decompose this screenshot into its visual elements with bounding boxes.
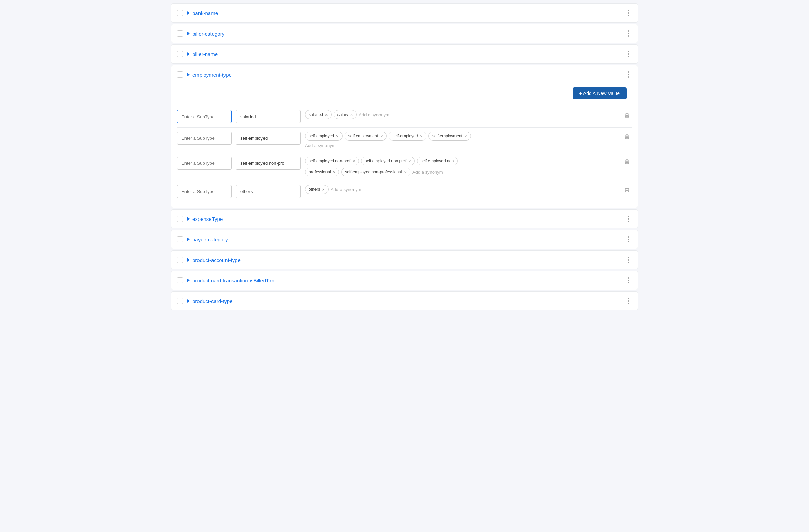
product-card-type-row: product-card-type [171,291,638,310]
biller-category-row: biller-category [171,24,638,43]
synonyms-area-salaried: salaried × salary × Add a synonym [305,110,618,119]
synonym-tag: self employed non prof × [361,157,415,165]
remove-synonym-icon[interactable]: × [333,170,336,174]
synonym-tag: salary × [334,110,357,119]
table-row: self employed × self employment × self-e… [177,127,632,152]
value-input-self-employed-non-pro[interactable] [236,157,301,170]
add-new-value-button[interactable]: + Add A New Value [573,87,627,99]
payee-category-row: payee-category [171,230,638,249]
subtype-input-self-employed[interactable] [177,132,232,145]
biller-category-checkbox[interactable] [177,30,183,37]
employment-type-checkbox[interactable] [177,71,183,78]
remove-synonym-icon[interactable]: × [325,112,328,117]
synonym-tag: salaried × [305,110,332,119]
expensetype-row: expenseType [171,209,638,228]
add-synonym-placeholder[interactable]: Add a synonym [331,187,361,192]
product-account-type-checkbox[interactable] [177,257,183,263]
synonym-tag: professional × [305,168,339,176]
product-card-type-menu[interactable] [625,296,632,305]
delete-row-button[interactable] [622,110,632,122]
bank-name-menu[interactable] [625,9,632,17]
delete-row-button[interactable] [622,185,632,197]
employment-type-menu[interactable] [625,70,632,79]
employment-type-row: employment-type + Add A New Value salari… [171,65,638,208]
employment-values-table: salaried × salary × Add a synonym [171,106,638,208]
synonym-tag: self employed × [305,132,343,141]
synonyms-area-others: others × Add a synonym [305,185,618,194]
subtype-input-self-employed-non-pro[interactable] [177,157,232,170]
synonym-tag: others × [305,185,329,194]
table-row: self employed non-prof × self employed n… [177,152,632,181]
table-row: salaried × salary × Add a synonym [177,106,632,127]
synonym-tag: self employment × [345,132,387,141]
add-synonym-placeholder[interactable]: Add a synonym [305,143,336,148]
remove-synonym-icon[interactable]: × [352,159,355,163]
remove-synonym-icon[interactable]: × [350,112,353,117]
synonym-tag: self employed non-professional × [341,168,410,176]
product-card-type-title: product-card-type [192,298,625,304]
synonym-tag: self-employment × [428,132,471,141]
expensetype-toggle-icon[interactable] [187,217,190,221]
product-card-type-checkbox[interactable] [177,298,183,304]
bank-name-checkbox[interactable] [177,10,183,16]
biller-name-toggle-icon[interactable] [187,52,190,56]
product-account-type-row: product-account-type [171,250,638,269]
product-account-type-menu[interactable] [625,255,632,264]
product-account-type-toggle-icon[interactable] [187,258,190,262]
synonyms-area-self-employed-non-pro: self employed non-prof × self employed n… [305,157,618,176]
biller-name-menu[interactable] [625,50,632,58]
bank-name-row: bank-name [171,3,638,23]
add-synonym-placeholder[interactable]: Add a synonym [359,112,389,117]
bank-name-toggle-icon[interactable] [187,11,190,15]
payee-category-checkbox[interactable] [177,236,183,242]
delete-row-button[interactable] [622,132,632,143]
expensetype-checkbox[interactable] [177,216,183,222]
biller-category-title: biller-category [192,31,625,37]
employment-type-toggle-icon[interactable] [187,73,190,76]
product-account-type-title: product-account-type [192,257,625,263]
synonyms-area-self-employed: self employed × self employment × self-e… [305,132,618,148]
remove-synonym-icon[interactable]: × [404,170,407,174]
add-synonym-placeholder[interactable]: Add a synonym [412,170,443,175]
synonym-tag: self-employed × [389,132,426,141]
payee-category-toggle-icon[interactable] [187,238,190,241]
remove-synonym-icon[interactable]: × [380,134,383,138]
synonym-tag: self employed non-prof × [305,157,359,165]
remove-synonym-icon[interactable]: × [464,134,467,138]
expensetype-title: expenseType [192,216,625,222]
product-card-transaction-title: product-card-transaction-isBilledTxn [192,278,625,283]
value-input-others[interactable] [236,185,301,198]
product-card-transaction-menu[interactable] [625,276,632,285]
employment-type-title: employment-type [192,72,625,78]
table-row: others × Add a synonym [177,181,632,202]
subtype-input-others[interactable] [177,185,232,198]
biller-name-checkbox[interactable] [177,51,183,57]
remove-synonym-icon[interactable]: × [336,134,339,138]
product-card-transaction-toggle-icon[interactable] [187,279,190,282]
biller-category-toggle-icon[interactable] [187,32,190,35]
remove-synonym-icon[interactable]: × [408,159,411,163]
synonym-tag: self employed non [417,157,458,165]
product-card-type-toggle-icon[interactable] [187,299,190,303]
biller-name-title: biller-name [192,51,625,57]
payee-category-menu[interactable] [625,235,632,244]
product-card-transaction-row: product-card-transaction-isBilledTxn [171,271,638,290]
remove-synonym-icon[interactable]: × [420,134,423,138]
biller-name-row: biller-name [171,44,638,64]
delete-row-button[interactable] [622,157,632,168]
biller-category-menu[interactable] [625,29,632,38]
bank-name-title: bank-name [192,10,625,16]
value-input-self-employed[interactable] [236,132,301,145]
value-input-salaried[interactable] [236,110,301,123]
expensetype-menu[interactable] [625,214,632,223]
payee-category-title: payee-category [192,237,625,242]
remove-synonym-icon[interactable]: × [322,187,325,192]
subtype-input-salaried[interactable] [177,110,232,123]
product-card-transaction-checkbox[interactable] [177,277,183,283]
